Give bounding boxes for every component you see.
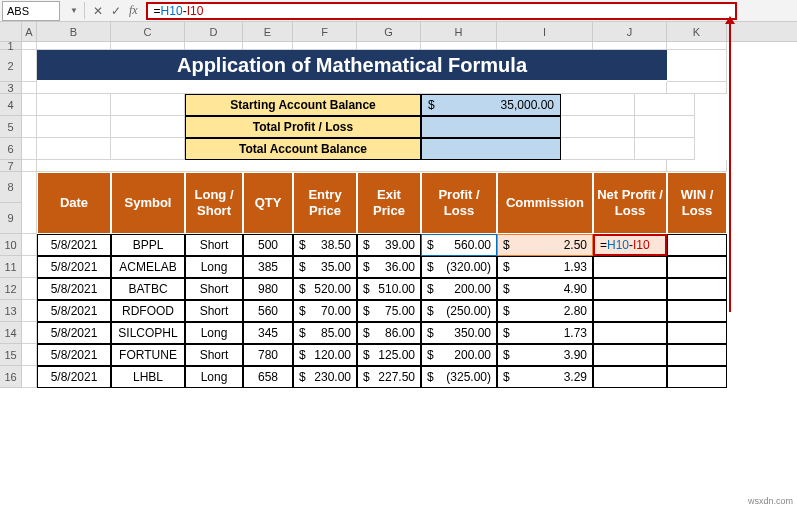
row-header[interactable]: 8 xyxy=(0,172,22,203)
cell-date[interactable]: 5/8/2021 xyxy=(37,344,111,366)
cell-symbol[interactable]: SILCOPHL xyxy=(111,322,185,344)
cell-netpl[interactable] xyxy=(593,278,667,300)
cell-date[interactable]: 5/8/2021 xyxy=(37,300,111,322)
cell-exit[interactable]: $75.00 xyxy=(357,300,421,322)
cell-netpl[interactable] xyxy=(593,256,667,278)
cell-qty[interactable]: 780 xyxy=(243,344,293,366)
cell-winloss[interactable] xyxy=(667,366,727,388)
cell-profitloss[interactable]: $200.00 xyxy=(421,278,497,300)
col-header[interactable]: K xyxy=(667,22,727,41)
cell-winloss[interactable] xyxy=(667,278,727,300)
col-header[interactable]: I xyxy=(497,22,593,41)
cell-symbol[interactable]: FORTUNE xyxy=(111,344,185,366)
row-header[interactable]: 13 xyxy=(0,300,22,322)
row-header[interactable]: 1 xyxy=(0,42,22,50)
cell-netpl[interactable] xyxy=(593,366,667,388)
col-header[interactable]: G xyxy=(357,22,421,41)
cell-exit[interactable]: $39.00 xyxy=(357,234,421,256)
cell-qty[interactable]: 560 xyxy=(243,300,293,322)
row-header[interactable]: 5 xyxy=(0,116,22,138)
enter-icon[interactable]: ✓ xyxy=(111,4,121,18)
cell-entry[interactable]: $38.50 xyxy=(293,234,357,256)
row-header[interactable]: 10 xyxy=(0,234,22,256)
cell-symbol[interactable]: ACMELAB xyxy=(111,256,185,278)
cell-profitloss[interactable]: $200.00 xyxy=(421,344,497,366)
cell-qty[interactable]: 345 xyxy=(243,322,293,344)
col-header[interactable]: F xyxy=(293,22,357,41)
cell-longshort[interactable]: Long xyxy=(185,322,243,344)
cell-entry[interactable]: $230.00 xyxy=(293,366,357,388)
cell-date[interactable]: 5/8/2021 xyxy=(37,278,111,300)
cell-profitloss[interactable]: $(320.00) xyxy=(421,256,497,278)
cell-qty[interactable]: 500 xyxy=(243,234,293,256)
row-header[interactable]: 15 xyxy=(0,344,22,366)
cell-date[interactable]: 5/8/2021 xyxy=(37,322,111,344)
cell-date[interactable]: 5/8/2021 xyxy=(37,256,111,278)
row-header[interactable]: 9 xyxy=(0,203,22,234)
row-header[interactable]: 7 xyxy=(0,160,22,172)
cell-netpl[interactable] xyxy=(593,322,667,344)
cell-entry[interactable]: $520.00 xyxy=(293,278,357,300)
col-header[interactable]: C xyxy=(111,22,185,41)
row-header[interactable]: 3 xyxy=(0,82,22,94)
col-header[interactable]: B xyxy=(37,22,111,41)
cell-winloss[interactable] xyxy=(667,234,727,256)
cell-netpl[interactable] xyxy=(593,300,667,322)
cell-date[interactable]: 5/8/2021 xyxy=(37,366,111,388)
fx-icon[interactable]: fx xyxy=(129,3,138,18)
cell-netpl[interactable] xyxy=(593,344,667,366)
summary-value-starting[interactable]: $ 35,000.00 xyxy=(421,94,561,116)
cell-profitloss[interactable]: $560.00 xyxy=(421,234,497,256)
cell-longshort[interactable]: Short xyxy=(185,278,243,300)
cell-commission[interactable]: $1.73 xyxy=(497,322,593,344)
cell-exit[interactable]: $227.50 xyxy=(357,366,421,388)
cell-entry[interactable]: $70.00 xyxy=(293,300,357,322)
summary-value-profit[interactable] xyxy=(421,116,561,138)
cell-entry[interactable]: $35.00 xyxy=(293,256,357,278)
cell-commission[interactable]: $3.90 xyxy=(497,344,593,366)
name-box[interactable]: ABS xyxy=(2,1,60,21)
cell-symbol[interactable]: BPPL xyxy=(111,234,185,256)
cell-symbol[interactable]: RDFOOD xyxy=(111,300,185,322)
cell-winloss[interactable] xyxy=(667,256,727,278)
summary-value-balance[interactable] xyxy=(421,138,561,160)
cell-exit[interactable]: $510.00 xyxy=(357,278,421,300)
cell-profitloss[interactable]: $(325.00) xyxy=(421,366,497,388)
col-header[interactable]: H xyxy=(421,22,497,41)
name-box-dropdown-icon[interactable]: ▼ xyxy=(64,2,85,19)
cell-entry[interactable]: $85.00 xyxy=(293,322,357,344)
col-header[interactable]: J xyxy=(593,22,667,41)
cell-commission[interactable]: $1.93 xyxy=(497,256,593,278)
row-header[interactable]: 2 xyxy=(0,50,22,82)
row-header[interactable]: 12 xyxy=(0,278,22,300)
cell-longshort[interactable]: Short xyxy=(185,300,243,322)
cell-exit[interactable]: $125.00 xyxy=(357,344,421,366)
cell-winloss[interactable] xyxy=(667,344,727,366)
cell-longshort[interactable]: Short xyxy=(185,344,243,366)
cell-qty[interactable]: 385 xyxy=(243,256,293,278)
row-header[interactable]: 14 xyxy=(0,322,22,344)
cell-profitloss[interactable]: $350.00 xyxy=(421,322,497,344)
row-header[interactable]: 4 xyxy=(0,94,22,116)
select-all-triangle[interactable] xyxy=(0,22,22,41)
cancel-icon[interactable]: ✕ xyxy=(93,4,103,18)
cell-commission[interactable]: $2.50 xyxy=(497,234,593,256)
formula-input[interactable]: =H10-I10 xyxy=(146,2,737,20)
cell-entry[interactable]: $120.00 xyxy=(293,344,357,366)
cell-longshort[interactable]: Long xyxy=(185,366,243,388)
cell-winloss[interactable] xyxy=(667,300,727,322)
cell-symbol[interactable]: LHBL xyxy=(111,366,185,388)
row-header[interactable]: 11 xyxy=(0,256,22,278)
cell-exit[interactable]: $36.00 xyxy=(357,256,421,278)
cell-exit[interactable]: $86.00 xyxy=(357,322,421,344)
cell-longshort[interactable]: Long xyxy=(185,256,243,278)
active-cell[interactable]: =H10-I10 xyxy=(593,234,667,256)
cell-longshort[interactable]: Short xyxy=(185,234,243,256)
cell-profitloss[interactable]: $(250.00) xyxy=(421,300,497,322)
col-header[interactable]: E xyxy=(243,22,293,41)
col-header[interactable]: A xyxy=(22,22,37,41)
cell-qty[interactable]: 658 xyxy=(243,366,293,388)
cell-winloss[interactable] xyxy=(667,322,727,344)
col-header[interactable]: D xyxy=(185,22,243,41)
cell-commission[interactable]: $2.80 xyxy=(497,300,593,322)
